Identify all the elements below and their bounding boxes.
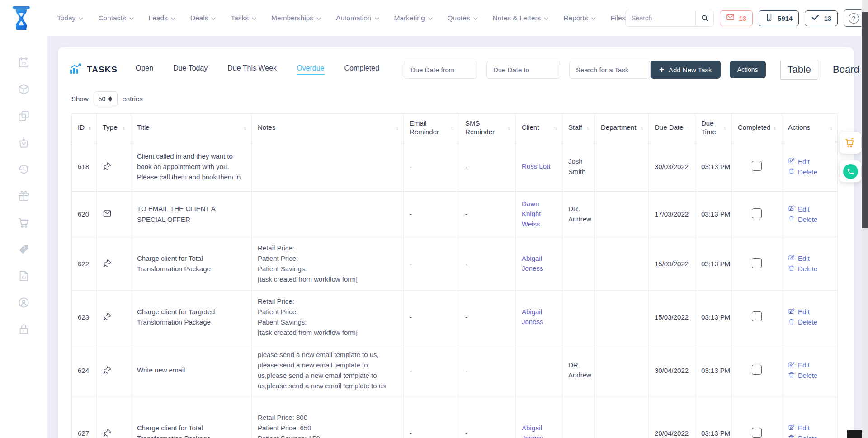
table-row: 620TO EMAIL THE CLIENT A SPECIAL OFFER--… — [72, 191, 838, 237]
sidebar-item-member[interactable] — [15, 297, 33, 310]
email-notifications-badge[interactable]: 13 — [720, 10, 753, 26]
task-type-cell — [97, 344, 131, 397]
client-link[interactable]: Dawn Knight Weiss — [522, 199, 556, 230]
nav-item-automation[interactable]: Automation — [336, 14, 379, 22]
edit-link[interactable]: Edit — [788, 361, 831, 369]
delete-link[interactable]: Delete — [788, 372, 831, 380]
client-link[interactable]: Abigail Joness — [522, 423, 556, 438]
due-time-cell: 03:13 PM — [695, 237, 732, 290]
tab-due-today[interactable]: Due Today — [173, 64, 208, 75]
tasks-badge[interactable]: 13 — [805, 10, 838, 26]
completed-checkbox[interactable] — [752, 311, 762, 321]
column-header-staff[interactable]: Staff↑↓ — [562, 114, 595, 142]
completed-checkbox[interactable] — [752, 258, 762, 268]
trash-icon — [788, 215, 795, 223]
column-header-actions[interactable]: Actions↑↓ — [782, 114, 838, 142]
column-header-notes[interactable]: Notes↑↓ — [252, 114, 404, 142]
nav-item-today[interactable]: Today — [57, 14, 83, 22]
scrollbar-thumb[interactable] — [862, 12, 868, 228]
sidebar-item-price-tag[interactable]: $ — [15, 244, 33, 256]
floating-cart-button[interactable] — [840, 132, 861, 154]
sort-icon: ↑↓ — [551, 125, 557, 131]
sidebar-item-gift[interactable] — [15, 190, 33, 203]
column-header-due-time[interactable]: Due Time↑↓ — [695, 114, 732, 142]
edit-link[interactable]: Edit — [788, 308, 831, 316]
nav-item-reports[interactable]: Reports — [563, 14, 595, 22]
delete-link[interactable]: Delete — [788, 168, 831, 176]
sidebar-item-package[interactable] — [15, 84, 33, 96]
completed-checkbox[interactable] — [752, 365, 762, 375]
tab-due-this-week[interactable]: Due This Week — [227, 64, 277, 75]
column-header-type[interactable]: Type↑↓ — [97, 114, 131, 142]
sidebar-item-cart[interactable] — [15, 217, 33, 230]
completed-cell — [732, 237, 782, 290]
table-view-button[interactable]: Table — [780, 60, 819, 80]
delete-link[interactable]: Delete — [788, 318, 831, 326]
task-type-cell — [97, 237, 131, 290]
nav-item-marketing[interactable]: Marketing — [394, 14, 433, 22]
completed-checkbox[interactable] — [752, 428, 762, 438]
nav-item-quotes[interactable]: Quotes — [448, 14, 478, 22]
search-input[interactable] — [626, 14, 695, 22]
client-link[interactable]: Abigail Joness — [522, 307, 556, 327]
delete-link[interactable]: Delete — [788, 265, 831, 273]
sidebar-item-lock[interactable] — [15, 324, 33, 336]
nav-item-memberships[interactable]: Memberships — [271, 14, 321, 22]
tab-completed[interactable]: Completed — [344, 64, 379, 75]
main-nav: TodayContactsLeadsDealsTasksMembershipsA… — [57, 14, 625, 22]
client-link[interactable]: Abigail Joness — [522, 254, 556, 274]
chevron-down-icon — [473, 17, 478, 20]
delete-link[interactable]: Delete — [788, 434, 831, 438]
due-date-from-input[interactable] — [404, 61, 477, 79]
tab-overdue[interactable]: Overdue — [297, 64, 324, 75]
app-logo-hourglass-icon[interactable] — [11, 5, 32, 31]
column-header-department[interactable]: Department↑↓ — [595, 114, 649, 142]
completed-checkbox[interactable] — [752, 161, 762, 171]
checkmark-icon — [811, 13, 820, 23]
add-new-task-button[interactable]: + Add New Task — [651, 61, 721, 79]
client-link[interactable]: Ross Lott — [522, 161, 550, 172]
nav-item-contacts[interactable]: Contacts — [98, 14, 133, 22]
board-view-button[interactable]: Board — [830, 63, 862, 76]
nav-item-tasks[interactable]: Tasks — [231, 14, 256, 22]
client-cell: Dawn Knight Weiss — [516, 191, 562, 237]
edit-link[interactable]: Edit — [788, 205, 831, 213]
column-header-completed[interactable]: Completed↑↓ — [732, 114, 782, 142]
column-header-sms-reminder[interactable]: SMS Reminder↑↓ — [459, 114, 516, 142]
column-header-id[interactable]: ID↑↓ — [72, 114, 97, 142]
sidebar-item-report[interactable] — [15, 270, 33, 283]
edit-link[interactable]: Edit — [788, 157, 831, 165]
topbar-right: 13 5914 13 ? LONDON SUPPORT — [625, 8, 868, 28]
edit-link[interactable]: Edit — [788, 254, 831, 263]
phone-icon — [843, 164, 858, 179]
sidebar-item-shopping-bag[interactable] — [15, 137, 33, 150]
page-size-select[interactable]: 50 — [94, 91, 118, 106]
nav-item-notes-letters[interactable]: Notes & Letters — [493, 14, 549, 22]
sms-notifications-badge[interactable]: 5914 — [759, 10, 799, 26]
floating-phone-button[interactable] — [840, 160, 861, 182]
nav-item-files[interactable]: Files — [611, 14, 626, 22]
sidebar-item-copy[interactable] — [15, 110, 33, 123]
staff-cell — [562, 397, 595, 438]
tab-open[interactable]: Open — [136, 64, 153, 75]
column-header-due-date[interactable]: Due Date↑↓ — [649, 114, 695, 142]
task-search-input[interactable] — [569, 61, 651, 79]
column-header-client[interactable]: Client↑↓ — [516, 114, 562, 142]
column-header-title[interactable]: Title↑↓ — [131, 114, 252, 142]
sidebar-item-calendar[interactable]: 12 — [15, 57, 33, 70]
search-icon[interactable] — [695, 10, 713, 26]
completed-checkbox[interactable] — [752, 208, 762, 218]
help-button[interactable]: ? — [844, 9, 863, 27]
table-row: 624Write new emailplease send a new emai… — [72, 344, 838, 397]
column-header-email-reminder[interactable]: Email Reminder↑↓ — [404, 114, 459, 142]
sidebar-item-history[interactable] — [15, 164, 33, 176]
edit-link[interactable]: Edit — [788, 424, 831, 432]
delete-link[interactable]: Delete — [788, 215, 831, 223]
actions-button[interactable]: Actions — [730, 61, 766, 78]
due-time-cell: 03:13 PM — [695, 290, 732, 344]
due-date-to-input[interactable] — [486, 61, 560, 79]
client-cell: Abigail Joness — [516, 237, 562, 290]
page-scrollbar[interactable] — [862, 0, 868, 438]
nav-item-deals[interactable]: Deals — [190, 14, 216, 22]
nav-item-leads[interactable]: Leads — [149, 14, 175, 22]
